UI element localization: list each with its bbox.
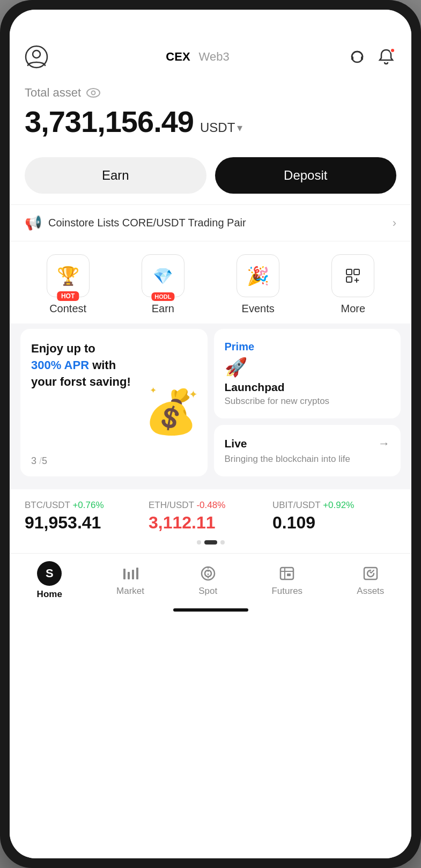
svg-rect-23 bbox=[364, 568, 377, 579]
nav-contest[interactable]: 🏆 HOT Contest bbox=[47, 254, 90, 315]
prime-label: Prime bbox=[225, 341, 390, 353]
profile-button[interactable] bbox=[25, 45, 48, 69]
action-buttons: Earn Deposit bbox=[10, 157, 411, 204]
live-title: Live bbox=[225, 437, 247, 450]
ubit-price: 0.109 bbox=[272, 513, 396, 533]
promo-savings-card[interactable]: Enjoy up to 300% APR with your forst sav… bbox=[20, 329, 208, 476]
nav-earn[interactable]: 💎 HODL Earn bbox=[142, 254, 184, 315]
spot-label: Spot bbox=[198, 586, 217, 597]
nav-more[interactable]: More bbox=[331, 254, 374, 315]
dot-2 bbox=[204, 540, 217, 545]
promo-grid: Enjoy up to 300% APR with your forst sav… bbox=[20, 329, 401, 476]
promo-launchpad-card[interactable]: Prime 🚀 Launchpad Subscribe for new cryp… bbox=[214, 329, 401, 418]
headset-icon bbox=[347, 47, 367, 67]
svg-rect-14 bbox=[132, 570, 134, 579]
svg-rect-4 bbox=[361, 56, 363, 60]
more-icon-box bbox=[331, 254, 374, 297]
ubit-change: +0.92% bbox=[323, 500, 354, 510]
btc-price: 91,953.41 bbox=[25, 513, 149, 533]
svg-rect-3 bbox=[351, 56, 353, 60]
live-arrow-icon: → bbox=[378, 437, 390, 451]
earn-icon-box: 💎 HODL bbox=[142, 254, 184, 297]
events-label: Events bbox=[242, 303, 275, 315]
support-button[interactable] bbox=[347, 47, 367, 67]
home-icon: S bbox=[37, 561, 62, 586]
tab-cex[interactable]: CEX bbox=[166, 50, 190, 64]
futures-icon bbox=[278, 564, 296, 583]
live-row: Live → bbox=[225, 437, 390, 451]
asset-currency[interactable]: USDT ▾ bbox=[200, 120, 242, 135]
promo-section: Enjoy up to 300% APR with your forst sav… bbox=[10, 323, 411, 485]
live-subtitle: Bringing the blockchain into life bbox=[225, 454, 390, 465]
futures-label: Futures bbox=[271, 586, 302, 597]
contest-icon: 🏆 bbox=[57, 265, 79, 286]
tab-switcher: CEX Web3 bbox=[166, 50, 229, 64]
svg-rect-13 bbox=[128, 572, 130, 579]
ticker-eth[interactable]: ETH/USDT -0.48% 3,112.11 bbox=[149, 500, 272, 533]
svg-rect-7 bbox=[346, 269, 352, 275]
chevron-right-icon: › bbox=[393, 216, 396, 230]
btc-change: +0.76% bbox=[72, 500, 104, 510]
contest-label: Contest bbox=[49, 303, 86, 315]
earn-button[interactable]: Earn bbox=[25, 157, 206, 194]
rocket-icon: 🚀 bbox=[225, 356, 390, 378]
announcement-text: Coinstore Lists CORE/USDT Trading Pair bbox=[48, 217, 246, 229]
promo-text: Enjoy up to 300% APR with your forst sav… bbox=[31, 341, 197, 390]
ticker-dots bbox=[25, 540, 396, 545]
earn-icon: 💎 bbox=[153, 267, 173, 285]
nav-futures[interactable]: Futures bbox=[271, 564, 302, 597]
launchpad-subtitle: Subscribe for new cryptos bbox=[225, 396, 390, 407]
ticker-section: BTC/USDT +0.76% 91,953.41 ETH/USDT -0.48… bbox=[10, 485, 411, 553]
tab-web3[interactable]: Web3 bbox=[199, 50, 230, 64]
svg-rect-12 bbox=[123, 569, 125, 579]
asset-amount: 3,731,156.49 bbox=[25, 104, 194, 139]
nav-spot[interactable]: Spot bbox=[198, 564, 217, 597]
eth-price: 3,112.11 bbox=[149, 513, 272, 533]
home-indicator bbox=[173, 608, 248, 612]
spot-icon bbox=[199, 564, 217, 583]
launchpad-title: Launchpad bbox=[225, 381, 390, 394]
more-label: More bbox=[341, 303, 366, 315]
market-icon bbox=[121, 564, 139, 583]
ticker-ubit[interactable]: UBIT/USDT +0.92% 0.109 bbox=[272, 500, 396, 533]
promo-live-card[interactable]: Live → Bringing the blockchain into life bbox=[214, 425, 401, 476]
more-icon bbox=[343, 266, 363, 286]
profile-icon bbox=[25, 45, 48, 69]
asset-label-text: Total asset bbox=[25, 86, 81, 100]
ticker-btc[interactable]: BTC/USDT +0.76% 91,953.41 bbox=[25, 500, 149, 533]
events-icon-box: 🎉 bbox=[237, 254, 279, 297]
svg-rect-19 bbox=[280, 568, 293, 579]
hot-badge: HOT bbox=[57, 291, 79, 301]
nav-assets[interactable]: Assets bbox=[357, 564, 384, 597]
assets-icon bbox=[361, 564, 380, 583]
events-icon: 🎉 bbox=[247, 265, 269, 286]
notification-badge bbox=[390, 48, 395, 53]
dot-3 bbox=[220, 540, 225, 545]
dot-1 bbox=[197, 540, 201, 545]
nav-market[interactable]: Market bbox=[116, 564, 144, 597]
header-actions bbox=[347, 47, 396, 67]
notification-button[interactable] bbox=[376, 47, 396, 67]
svg-point-6 bbox=[92, 91, 95, 95]
btc-label: BTC/USDT +0.76% bbox=[25, 500, 149, 511]
contest-icon-box: 🏆 HOT bbox=[47, 254, 90, 297]
svg-rect-22 bbox=[287, 573, 291, 576]
home-label: Home bbox=[37, 589, 62, 600]
nav-home[interactable]: S Home bbox=[37, 561, 62, 600]
svg-rect-15 bbox=[136, 568, 138, 579]
quick-nav: 🏆 HOT Contest 💎 HODL Earn 🎉 bbox=[10, 241, 411, 323]
hodl-badge: HODL bbox=[151, 292, 174, 301]
header: CEX Web3 bbox=[10, 36, 411, 75]
bottom-nav: S Home Market bbox=[10, 553, 411, 605]
assets-label: Assets bbox=[357, 586, 384, 597]
ubit-label: UBIT/USDT +0.92% bbox=[272, 500, 396, 511]
eye-icon[interactable] bbox=[86, 87, 100, 98]
nav-events[interactable]: 🎉 Events bbox=[237, 254, 279, 315]
earn-label: Earn bbox=[152, 303, 174, 315]
eth-change: -0.48% bbox=[196, 500, 225, 510]
announcement-bar[interactable]: 📢 Coinstore Lists CORE/USDT Trading Pair… bbox=[10, 204, 411, 241]
deposit-button[interactable]: Deposit bbox=[215, 157, 397, 194]
asset-section: Total asset 3,731,156.49 USDT ▾ bbox=[10, 75, 411, 157]
ticker-row: BTC/USDT +0.76% 91,953.41 ETH/USDT -0.48… bbox=[25, 500, 396, 533]
announcement-icon: 📢 bbox=[25, 215, 42, 231]
